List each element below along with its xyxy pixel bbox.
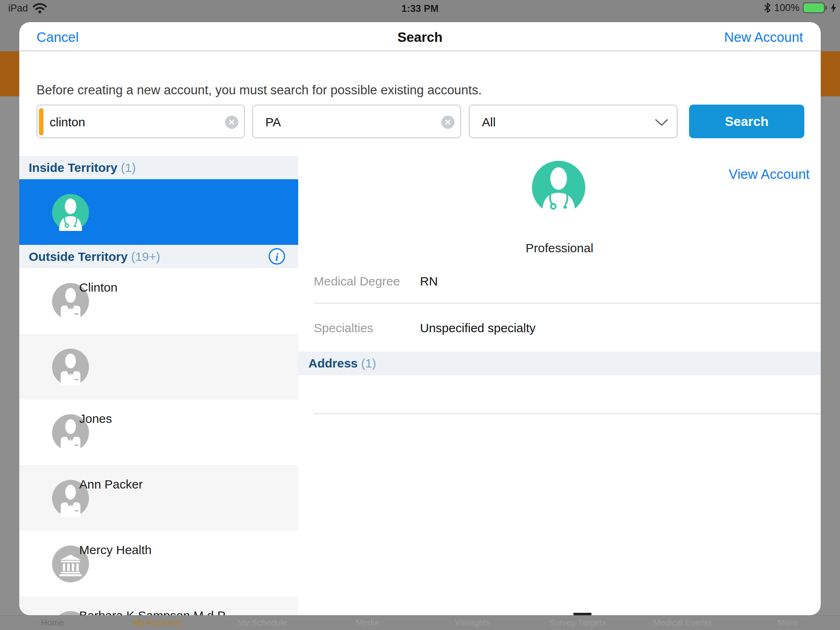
instruction-text: Before creating a new account, you must …: [37, 83, 482, 98]
search-terms-input[interactable]: clinton ✕: [37, 105, 245, 138]
result-row[interactable]: Clinton: [19, 268, 298, 334]
tab-more[interactable]: More: [735, 616, 840, 630]
tab-home[interactable]: Home: [0, 616, 105, 630]
medical-degree-value: RN: [420, 274, 438, 288]
search-modal: Cancel Search New Account Before creatin…: [19, 22, 821, 615]
edited-field-indicator: [39, 108, 43, 135]
tab-my-accounts[interactable]: My Accounts: [105, 616, 210, 630]
medical-degree-label: Medical Degree: [314, 274, 400, 288]
specialties-value: Unspecified specialty: [420, 321, 536, 335]
result-row[interactable]: Jones: [19, 399, 298, 465]
person-avatar-icon: [52, 349, 89, 386]
tab-medical-events[interactable]: Medical Events: [630, 616, 735, 630]
specialties-label: Specialties: [314, 321, 373, 335]
result-name: Jones: [79, 412, 112, 426]
search-terms-value: clinton: [50, 115, 85, 129]
info-icon[interactable]: i: [269, 248, 285, 265]
result-name: Barbara K Sampson M.d.P: [79, 609, 226, 615]
search-button[interactable]: Search: [689, 105, 804, 138]
result-row[interactable]: Mercy Health: [19, 531, 298, 596]
result-row-clipped[interactable]: Barbara K Sampson M.d.P: [19, 596, 298, 615]
account-type-text: Professional: [298, 241, 821, 255]
clear-location-icon[interactable]: ✕: [441, 116, 454, 129]
tab-bar: Home My Accounts My Schedule Media VInsi…: [0, 615, 840, 630]
charging-bolt-icon: [830, 2, 837, 13]
outside-territory-count: (19+): [131, 250, 160, 263]
result-name: Ann Packer: [79, 477, 143, 491]
modal-header: Cancel Search New Account: [19, 22, 821, 51]
tab-survey-targets[interactable]: Survey Targets: [525, 616, 630, 630]
result-name: Mercy Health: [79, 543, 152, 557]
tab-media[interactable]: Media: [315, 616, 420, 630]
result-row[interactable]: Ann Packer: [19, 465, 298, 531]
chevron-down-icon: [655, 119, 669, 127]
divider: [314, 303, 821, 304]
professional-avatar-icon-large: [532, 161, 585, 214]
battery-percent: 100%: [774, 2, 799, 14]
account-type-select[interactable]: All: [469, 105, 678, 138]
modal-title: Search: [19, 30, 821, 45]
status-bar: iPad 1:33 PM 100%: [0, 0, 840, 16]
bluetooth-icon: [764, 2, 771, 14]
tab-my-schedule[interactable]: My Schedule: [210, 616, 315, 630]
result-name: Clinton: [79, 281, 117, 294]
address-count: (1): [361, 356, 376, 370]
address-section-header: Address (1): [298, 352, 821, 375]
new-account-button[interactable]: New Account: [724, 30, 803, 45]
inside-territory-title: Inside Territory: [29, 161, 117, 174]
professional-avatar-icon: [52, 194, 89, 231]
outside-territory-header: Outside Territory (19+) i: [19, 245, 298, 268]
result-row-selected[interactable]: [19, 179, 298, 245]
address-title: Address: [308, 356, 358, 370]
battery-icon: [803, 2, 827, 13]
clock: 1:33 PM: [0, 3, 840, 14]
location-input[interactable]: PA ✕: [252, 105, 461, 138]
view-account-link[interactable]: View Account: [728, 167, 810, 182]
location-value: PA: [265, 115, 281, 129]
clear-search-terms-icon[interactable]: ✕: [225, 116, 238, 129]
result-row[interactable]: [19, 334, 298, 399]
account-type-value: All: [482, 115, 495, 129]
tab-vinsights[interactable]: VInsights: [420, 616, 525, 630]
inside-territory-header: Inside Territory (1): [19, 156, 298, 179]
outside-territory-title: Outside Territory: [29, 250, 128, 263]
inside-territory-count: (1): [121, 161, 136, 174]
divider: [314, 413, 821, 414]
